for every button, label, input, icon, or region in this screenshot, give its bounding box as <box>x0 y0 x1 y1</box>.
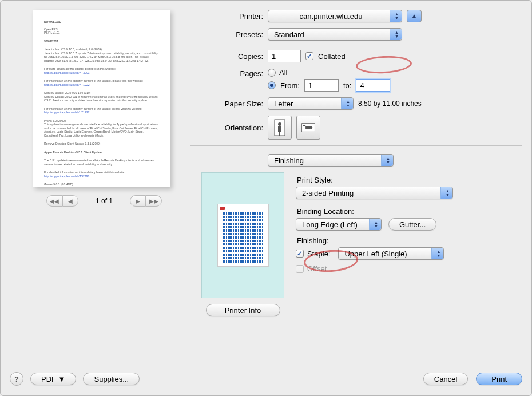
preview-page-indicator: 1 of 1 <box>84 197 124 205</box>
copies-input[interactable] <box>268 50 301 62</box>
print-style-value: 2-sided Printing <box>302 189 354 197</box>
printer-select-value: can.printer.wfu.edu <box>300 12 363 21</box>
print-button[interactable]: Print <box>476 373 522 385</box>
paper-dimensions-label: 8.50 by 11.00 inches <box>358 100 422 108</box>
print-settings-pane: Printer: can.printer.wfu.edu ▲▼ ▲ Preset… <box>184 10 522 342</box>
pages-to-input[interactable] <box>356 79 390 92</box>
pdf-menu-button[interactable]: PDF ▼ <box>30 373 76 385</box>
staple-label: Staple: <box>307 250 330 258</box>
binding-location-label: Binding Location: <box>297 207 522 216</box>
staple-position-select[interactable]: Upper Left (Single) ▲▼ <box>338 247 444 260</box>
supplies-button[interactable]: Supplies... <box>83 373 140 385</box>
print-style-label: Print Style: <box>297 176 522 184</box>
svg-point-1 <box>278 122 281 126</box>
print-dialog: DOWNLOAD Open PPSPS/PL v1.01 30/09/2011 … <box>0 0 532 396</box>
nav-last-button[interactable]: ▶▶ <box>146 195 162 207</box>
feature-section-select[interactable]: Finishing ▲▼ <box>268 154 394 167</box>
gutter-button[interactable]: Gutter... <box>388 218 436 231</box>
pages-all-radio[interactable] <box>268 69 276 77</box>
paper-size-select[interactable]: Letter ▲▼ <box>268 97 354 110</box>
collated-checkbox[interactable] <box>305 52 313 60</box>
pages-all-label: All <box>279 68 287 77</box>
pages-from-radio[interactable] <box>268 81 276 89</box>
print-style-select[interactable]: 2-sided Printing ▲▼ <box>296 187 453 199</box>
collated-label: Collated <box>318 52 346 61</box>
staple-position-value: Upper Left (Single) <box>344 250 407 258</box>
pages-from-input[interactable] <box>304 79 339 92</box>
help-button[interactable]: ? <box>10 372 23 386</box>
document-preview-pane: DOWNLOAD Open PPSPS/PL v1.01 30/09/2011 … <box>10 10 184 342</box>
preview-navigation: ◀◀ ◀ 1 of 1 ▶ ▶▶ <box>33 195 176 207</box>
paper-size-value: Letter <box>274 100 293 108</box>
offset-label: Offset <box>307 264 327 273</box>
printer-label: Printer: <box>190 12 268 21</box>
printer-select[interactable]: can.printer.wfu.edu ▲▼ <box>268 10 402 22</box>
pages-to-label: to: <box>343 81 351 90</box>
finishing-preview <box>201 172 284 298</box>
nav-prev-button[interactable]: ◀ <box>62 195 78 207</box>
document-preview: DOWNLOAD Open PPSPS/PL v1.01 30/09/2011 … <box>33 10 170 187</box>
pages-label: Pages: <box>190 68 268 78</box>
orientation-label: Orientation: <box>190 124 268 132</box>
nav-next-button[interactable]: ▶ <box>130 195 146 207</box>
staple-checkbox[interactable] <box>296 250 304 258</box>
printer-disclosure-button[interactable]: ▲ <box>407 10 422 22</box>
cancel-button[interactable]: Cancel <box>423 373 468 385</box>
dialog-button-bar: ? PDF ▼ Supplies... Cancel Print <box>10 370 522 387</box>
finishing-preview-page <box>217 204 269 267</box>
offset-checkbox <box>296 265 304 273</box>
nav-first-button[interactable]: ◀◀ <box>46 195 62 207</box>
presets-select[interactable]: Standard ▲▼ <box>268 28 402 41</box>
copies-label: Copies: <box>190 52 268 61</box>
presets-select-value: Standard <box>274 30 304 39</box>
pages-from-label: From: <box>280 81 300 90</box>
feature-section-value: Finishing <box>274 156 304 165</box>
printer-info-button[interactable]: Printer Info <box>206 304 280 316</box>
presets-label: Presets: <box>190 30 268 39</box>
paper-size-label: Paper Size: <box>190 100 268 108</box>
orientation-landscape-button[interactable] <box>296 116 320 140</box>
orientation-portrait-button[interactable] <box>268 116 292 140</box>
finishing-section-label: Finishing: <box>297 236 522 245</box>
binding-location-value: Long Edge (Left) <box>302 220 358 229</box>
binding-location-select[interactable]: Long Edge (Left) ▲▼ <box>296 218 382 231</box>
